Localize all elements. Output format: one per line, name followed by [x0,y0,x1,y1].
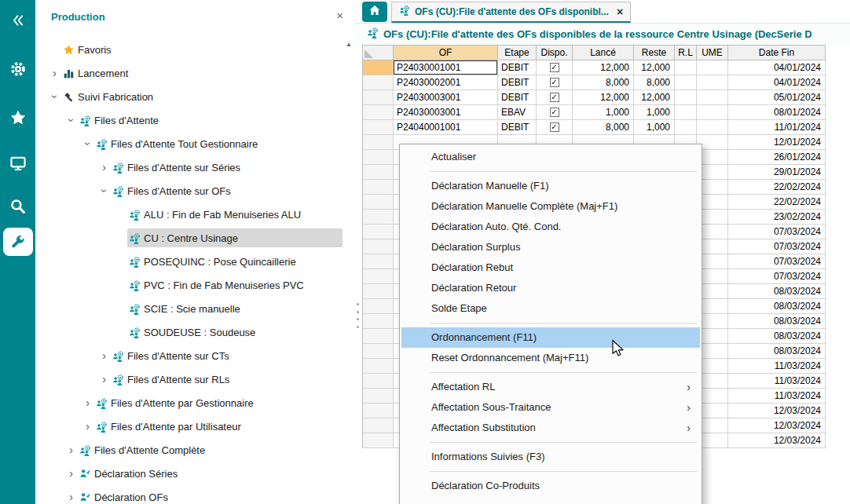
column-header-date-fin[interactable]: Date Fin [728,46,826,60]
tree-item-pvc-fin-de-fab-menuiseries-pvc[interactable]: PVC : Fin de Fab Menuiseries PVC [35,273,343,297]
cell-date-fin[interactable]: 08/01/2024 [728,105,826,120]
cell-etape[interactable]: DEBIT [498,75,537,90]
row-selector[interactable] [363,389,394,404]
menu-item-affectation-sous-traitance[interactable]: Affectation Sous-Traitance› [401,397,700,418]
tree-item-files-d-attente-sur-s-ries[interactable]: ›Files d'Attente sur Séries [35,155,343,179]
collapse-icon[interactable] [0,6,35,35]
cell-of[interactable]: P24030003001 [394,90,498,105]
cell-dispo[interactable]: ✓ [537,60,573,75]
cell-date-fin[interactable]: 11/03/2024 [728,374,826,389]
tree-item-files-d-attente-par-utilisateur[interactable]: ›Files d'Attente par Utilisateur [35,415,343,438]
row-selector[interactable] [363,75,394,90]
chevron-expanded-icon[interactable]: › [82,137,93,151]
row-selector[interactable] [363,418,394,433]
menu-item-d-claration-manuelle-f1[interactable]: Déclaration Manuelle (F1) [401,176,700,196]
tree-item-alu-fin-de-fab-menuiseries-alu[interactable]: ALU : Fin de Fab Menuiseries ALU [35,203,343,226]
cell-dispo[interactable]: ✓ [537,75,573,90]
tree-item-posequinc-pose-quincaillerie[interactable]: POSEQUINC : Pose Quincaillerie [35,250,343,273]
chevron-collapsed-icon[interactable]: › [81,421,94,432]
cell-date-fin[interactable]: 04/01/2024 [728,75,826,90]
row-selector[interactable] [363,225,394,239]
cell-lance[interactable]: 12,000 [573,90,634,105]
tree-item-files-d-attente-compl-te[interactable]: ›Files d'Attente Complète [35,438,343,462]
column-header-of[interactable]: OF [394,46,498,60]
chevron-expanded-icon[interactable]: › [49,90,60,104]
chevron-collapsed-icon[interactable]: › [97,162,111,173]
row-selector[interactable] [363,433,394,448]
cell-date-fin[interactable]: 11/03/2024 [728,389,826,404]
tab-ofs-cu[interactable]: OFs (CU):File d'attente des OFs disponib… [391,2,631,23]
row-selector[interactable] [363,120,394,135]
cell-date-fin[interactable]: 22/02/2024 [728,180,826,195]
tree-item-files-d-attente-sur-rls[interactable]: ›Files d'Attente sur RLs [35,367,343,391]
row-selector[interactable] [363,105,394,120]
cell-of[interactable]: P24030001001 [394,60,498,75]
cell-date-fin[interactable]: 07/03/2024 [728,225,826,239]
cell-dispo[interactable]: ✓ [537,120,573,135]
cell-date-fin[interactable]: 08/03/2024 [728,284,826,299]
cell-date-fin[interactable]: 08/03/2024 [728,329,826,344]
chevron-collapsed-icon[interactable]: › [97,374,111,385]
cell-reste[interactable]: 1,000 [634,105,675,120]
cell-ume[interactable] [697,75,728,90]
star-icon[interactable] [0,104,35,132]
row-selector[interactable] [363,314,394,329]
cell-date-fin[interactable]: 26/01/2024 [728,150,826,165]
row-selector[interactable] [363,359,394,374]
cell-rl[interactable] [675,90,697,105]
menu-item-d-claration-auto-qt-cond[interactable]: Déclaration Auto. Qté. Cond. [401,217,700,237]
cell-date-fin[interactable]: 22/02/2024 [728,195,826,210]
row-selector[interactable] [363,404,394,418]
cell-date-fin[interactable]: 05/01/2024 [728,90,826,105]
cell-etape[interactable]: DEBIT [498,90,537,105]
cell-reste[interactable]: 12,000 [634,60,675,75]
menu-item-affectation-rl[interactable]: Affectation RL› [401,377,700,397]
menu-item-d-claration-surplus[interactable]: Déclaration Surplus [401,237,700,257]
column-header-ume[interactable]: UME [697,46,728,60]
tree-item-d-claration-s-ries[interactable]: ›Déclaration Séries [35,462,343,485]
cell-dispo[interactable]: ✓ [537,90,573,105]
chevron-collapsed-icon[interactable]: › [81,397,94,408]
menu-item-solde-etape[interactable]: Solde Etape [401,298,700,319]
cell-date-fin[interactable]: 11/01/2024 [728,120,826,135]
cell-date-fin[interactable]: 07/03/2024 [728,239,826,254]
tree-item-files-d-attente-tout-gestionnaire[interactable]: ›Files d'Attente Tout Gestionnaire [35,132,343,155]
chevron-collapsed-icon[interactable]: › [97,350,111,361]
cell-lance[interactable]: 1,000 [573,105,634,120]
column-header-r-l[interactable]: R.L [675,46,697,60]
row-selector[interactable] [363,165,394,180]
cell-date-fin[interactable]: 04/01/2024 [728,60,826,75]
cell-date-fin[interactable]: 07/03/2024 [728,254,826,269]
monitor-icon[interactable] [0,149,35,177]
column-header-reste[interactable]: Reste [634,46,675,60]
row-selector[interactable] [363,60,394,75]
menu-item-d-claration-retour[interactable]: Déclaration Retour [401,278,700,298]
tab-close-icon[interactable]: × [617,5,623,18]
menu-item-d-claration-manuelle-compl-te-maj-f1[interactable]: Déclaration Manuelle Complète (Maj+F1) [401,196,700,217]
cell-rl[interactable] [675,75,697,90]
menu-item-reset-ordonnancement-maj-f11[interactable]: Reset Ordonnancement (Maj+F11) [401,348,700,368]
row-selector[interactable] [363,254,394,269]
row-selector[interactable] [363,329,394,344]
tree-item-favoris[interactable]: Favoris [35,38,343,61]
cell-reste[interactable]: 12,000 [634,90,675,105]
menu-item-informations-suivies-f3[interactable]: Informations Suivies (F3) [401,447,700,467]
close-icon[interactable]: × [336,9,343,21]
gear-icon[interactable] [0,55,35,83]
row-selector[interactable] [363,135,394,150]
cell-date-fin[interactable]: 12/03/2024 [728,433,826,448]
menu-item-ordonnancement-f11[interactable]: Ordonnancement (F11) [401,327,700,348]
cell-date-fin[interactable]: 08/03/2024 [728,314,826,329]
tree-item-suivi-fabrication[interactable]: ›Suivi Fabrication [35,85,343,108]
cell-lance[interactable]: 8,000 [573,120,634,135]
column-header-dispo[interactable]: Dispo. [537,46,573,60]
row-selector[interactable] [363,299,394,314]
cell-date-fin[interactable]: 08/03/2024 [728,344,826,359]
tree-item-files-d-attente-sur-ofs[interactable]: ›Files d'Attente sur OFs [35,179,343,203]
select-all-corner[interactable] [363,46,394,60]
tree-item-files-d-attente-sur-cts[interactable]: ›Files d'Attente sur CTs [35,344,343,367]
row-selector[interactable] [363,374,394,389]
cell-reste[interactable]: 1,000 [634,120,675,135]
row-selector[interactable] [363,284,394,299]
cell-date-fin[interactable]: 07/03/2024 [728,269,826,284]
